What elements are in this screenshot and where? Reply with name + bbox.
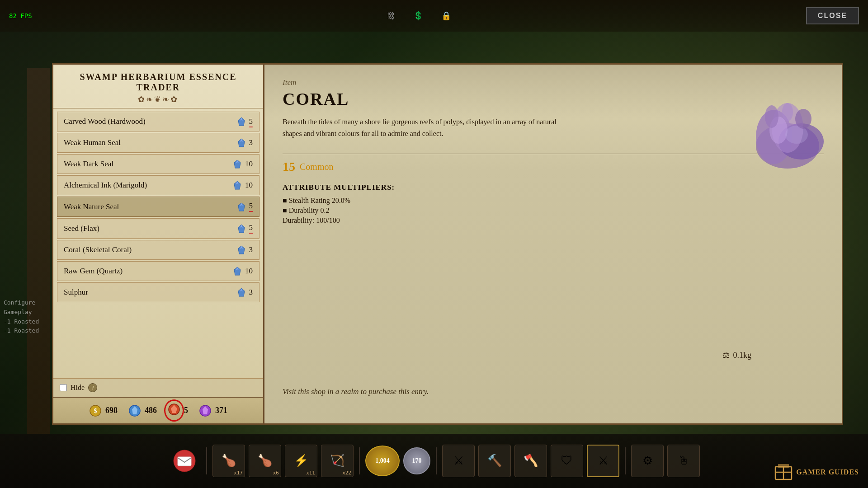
item-price: 5 [236,223,253,234]
hotbar-item-weapon2[interactable]: ⚔ [587,445,619,477]
crystal-icon [232,159,242,169]
food-icon: 🍗 [222,455,236,467]
skill-icon: ⚡ [294,455,308,467]
attribute-durability: Durability 0.2 [283,206,824,215]
weight-icon: ⚖ [722,350,730,360]
gamer-guides-logo-icon [774,463,793,481]
hotbar-divider [206,447,207,474]
list-item[interactable]: Alchemical Ink (Marigold) 10 [57,175,259,195]
sword1-icon: ⚔ [453,455,464,467]
currency-item-1: $ 698 [89,404,118,417]
hotbar-divider2 [359,447,360,474]
side-text-line3: -1 Roasted [4,317,39,327]
gamer-guides-logo: GAMER GUIDES [774,463,859,481]
crystal-icon [236,117,246,127]
hotbar-gold-section: 1,004 [365,446,400,476]
hotbar-item-skill[interactable]: ⚡ x11 [285,445,317,477]
hotbar-item-mail[interactable] [168,445,201,477]
close-button[interactable]: CLOSE [806,7,859,24]
item-divider [283,154,824,154]
crystal-icon [236,138,246,148]
currency-icon-1: $ [89,404,102,417]
item-name: Raw Gem (Quartz) [64,267,123,276]
currency-item-3: 5 [168,403,188,418]
list-item-coral[interactable]: Coral (Skeletal Coral) 3 [57,240,259,260]
list-item-weak-nature-seal[interactable]: Weak Nature Seal 5 [57,197,259,217]
item-name: Weak Human Seal [64,138,121,147]
attributes-section: ATTRIBUTE MULTIPLIERS: Stealth Rating 20… [283,183,824,225]
crystal-icon [236,245,246,255]
item-label: Item [283,78,824,87]
detail-panel: Item CORAL Beneath the tides of many a s… [264,63,843,425]
item-description: Beneath the tides of many a shore lie go… [283,116,563,139]
item-name: Sulphur [64,288,88,297]
mail-icon [173,450,196,472]
list-item[interactable]: Seed (Flax) 5 [57,218,259,239]
chain-icon: ⛓ [387,11,395,21]
currency-icon-2 [128,404,141,417]
item-price: 3 [236,245,253,255]
list-item[interactable]: Raw Gem (Quartz) 10 [57,261,259,281]
currency-footer: $ 698 486 5 [53,397,263,423]
hotbar-item-settings[interactable]: ⚙ [631,445,664,477]
hotbar-item-food2[interactable]: 🍗 x6 [249,445,281,477]
hotbar-item-shield[interactable]: 🛡 [551,445,583,477]
lock-icon: 🔒 [441,11,451,21]
list-item[interactable]: Sulphur 3 [57,282,259,302]
logo-text: GAMER GUIDES [796,468,859,476]
hotbar-item-hammer[interactable]: 🔨 [478,445,511,477]
help-badge[interactable]: ? [88,383,97,392]
item-name: Seed (Flax) [64,224,99,233]
currency-amount-1: 698 [105,406,118,415]
item-name: Alchemical Ink (Marigold) [64,181,147,190]
hotbar-divider4 [625,447,626,474]
decorative-line: ✿❧❦❧✿ [58,94,259,104]
currency-icon-4 [199,404,212,417]
left-sidebar-decoration [27,68,50,434]
visit-text: Visit this shop in a realm to purchase t… [283,387,429,396]
side-text-line1: Configure [4,298,39,308]
item-name: Carved Wood (Hardwood) [64,117,146,126]
hotbar-item-food1[interactable]: 🍗 x17 [212,445,245,477]
hotbar-item-sword1[interactable]: ⚔ [442,445,475,477]
coin-icon: 💲 [413,11,423,21]
top-bar: 82 FPS ⛓ 💲 🔒 CLOSE [0,0,868,32]
bow-count: x22 [342,470,351,476]
weight-value: 0.1kg [733,351,752,360]
settings-icon: ⚙ [642,455,653,467]
hide-label: Hide [71,384,85,392]
svg-point-22 [169,404,179,415]
currency-amount-3: 5 [184,406,188,415]
hide-checkbox[interactable] [60,384,67,391]
gold-amount: 1,004 [365,446,400,476]
red-circle-highlight [168,403,180,418]
hotbar-item-axe[interactable]: 🪓 [514,445,547,477]
item-title: CORAL [283,89,824,109]
svg-rect-40 [778,464,789,468]
hotbar: 🍗 x17 🍗 x6 ⚡ x11 🏹 x22 1,004 170 ⚔ 🔨 🪓 🛡… [0,434,868,488]
dialog-container: SWAMP HERBARIUM ESSENCE TRADER ✿❧❦❧✿ Car… [52,63,843,425]
shop-panel: SWAMP HERBARIUM ESSENCE TRADER ✿❧❦❧✿ Car… [52,63,264,425]
food2-icon: 🍗 [258,455,272,467]
fps-counter: 82 FPS [9,12,32,19]
top-center-icons: ⛓ 💲 🔒 [387,11,451,21]
hotbar-item-bow[interactable]: 🏹 x22 [321,445,354,477]
rarity-label: Common [300,162,333,172]
side-ui-text: Configure Gameplay -1 Roasted -1 Roasted [4,298,39,336]
crystal-icon [232,180,242,190]
skill-count: x11 [306,470,315,476]
item-price: 3 [236,138,253,148]
hotbar-item-cursor[interactable]: 🖱 [667,445,700,477]
list-item[interactable]: Weak Human Seal 3 [57,133,259,153]
item-price: 5 [236,117,253,127]
currency-icon-3 [168,403,180,416]
list-item[interactable]: Weak Dark Seal 10 [57,154,259,174]
side-text-line2: Gameplay [4,308,39,317]
hammer-icon: 🔨 [487,455,502,467]
item-price: 5 [236,202,253,212]
list-item[interactable]: Carved Wood (Hardwood) 5 [57,112,259,131]
item-price: 3 [236,287,253,297]
item-name: Coral (Skeletal Coral) [64,245,132,254]
item-name: Weak Dark Seal [64,160,113,169]
svg-marker-23 [171,405,177,413]
